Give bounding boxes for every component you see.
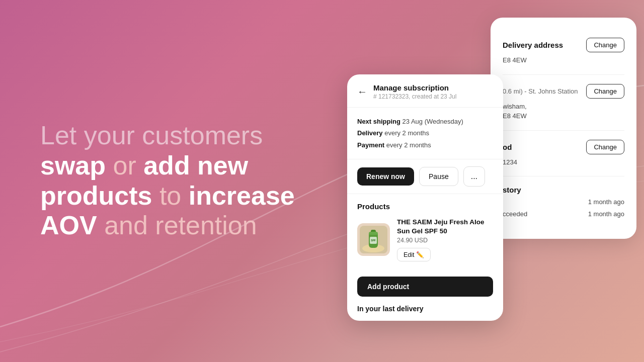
products-section: Products SPF bbox=[347, 194, 503, 269]
subscription-header-titles: Manage subscription # 121732323, created… bbox=[373, 83, 493, 100]
hero-to: to bbox=[152, 181, 188, 210]
hero-increase: increase bbox=[189, 181, 295, 210]
pause-button[interactable]: Pause bbox=[419, 167, 458, 186]
pickup-change-button[interactable]: Change bbox=[586, 84, 624, 99]
last-delivery-section: In your last delivery bbox=[347, 305, 503, 321]
products-title: Products bbox=[357, 202, 493, 211]
delivery-address-value: E8 4EW bbox=[503, 55, 624, 65]
delivery-address-change-button[interactable]: Change bbox=[586, 38, 624, 52]
hero-text-block: Let your customers swap or add new produ… bbox=[40, 121, 295, 241]
product-image: SPF bbox=[357, 223, 390, 256]
subscription-title: Manage subscription bbox=[373, 83, 493, 92]
subscription-subtitle: # 121732323, created at 23 Jul bbox=[373, 93, 493, 100]
hero-products: products bbox=[40, 181, 152, 210]
add-product-button[interactable]: Add product bbox=[357, 277, 493, 297]
more-options-button[interactable]: ... bbox=[463, 166, 485, 187]
hero-line1: Let your customers bbox=[40, 121, 263, 150]
delivery-address-section: Delivery address Change E8 4EW bbox=[503, 29, 624, 75]
history-entry1-time: 1 month ago bbox=[588, 197, 624, 207]
product-name: THE SAEM Jeju Fresh Aloe Sun Gel SPF 50 bbox=[397, 218, 493, 235]
delivery-value: every 2 months bbox=[384, 129, 429, 137]
delivery-label: Delivery bbox=[357, 129, 383, 137]
back-arrow-icon[interactable]: ← bbox=[357, 86, 367, 98]
hero-aov: AOV bbox=[40, 211, 97, 240]
hero-swap: swap bbox=[40, 151, 106, 180]
hero-retention: and retention bbox=[97, 211, 257, 240]
svg-text:SPF: SPF bbox=[371, 239, 376, 242]
front-card: ← Manage subscription # 121732323, creat… bbox=[347, 74, 503, 321]
renew-now-button[interactable]: Renew now bbox=[357, 167, 414, 186]
product-price: 24.90 USD bbox=[397, 237, 493, 244]
history-title: story bbox=[503, 186, 521, 194]
edit-product-button[interactable]: Edit ✏️ bbox=[397, 248, 431, 261]
next-shipping-value: 23 Aug (Wednesday) bbox=[403, 118, 463, 125]
pickup-description: 0.6 mi) - St. Johns Station bbox=[503, 87, 578, 95]
pickup-section: 0.6 mi) - St. Johns Station Change wisha… bbox=[503, 75, 624, 131]
back-card: Delivery address Change E8 4EW 0.6 mi) -… bbox=[491, 18, 636, 239]
pickup-location: wisham, bbox=[503, 103, 527, 110]
hero-or: or bbox=[106, 151, 143, 180]
payment-section: od Change 1234 bbox=[503, 131, 624, 177]
product-details: THE SAEM Jeju Fresh Aloe Sun Gel SPF 50 … bbox=[397, 218, 493, 261]
svg-rect-4 bbox=[369, 232, 378, 235]
subscription-actions: Renew now Pause ... bbox=[347, 159, 503, 194]
history-entry2-time: 1 month ago bbox=[588, 209, 624, 219]
payment-method: od bbox=[503, 143, 512, 151]
delivery-address-title: Delivery address bbox=[503, 41, 563, 49]
front-card-header: ← Manage subscription # 121732323, creat… bbox=[347, 74, 503, 108]
payment-last4: 1234 bbox=[503, 157, 624, 167]
payment-change-button[interactable]: Change bbox=[586, 140, 624, 154]
subscription-info: Next shipping 23 Aug (Wednesday) Deliver… bbox=[347, 108, 503, 159]
cards-container: Delivery address Change E8 4EW 0.6 mi) -… bbox=[342, 0, 644, 362]
hero-add-new: add new bbox=[143, 151, 248, 180]
next-shipping-label: Next shipping bbox=[357, 118, 400, 125]
product-item: SPF THE SAEM Jeju Fresh Aloe Sun Gel SPF… bbox=[357, 218, 493, 261]
payment-value: every 2 months bbox=[386, 141, 431, 149]
history-section: story 1 month ago cceeded 1 month ago bbox=[503, 176, 624, 228]
last-delivery-label: In your last delivery bbox=[357, 305, 493, 313]
pickup-postcode: E8 4EW bbox=[503, 112, 527, 120]
payment-label: Payment bbox=[357, 141, 384, 149]
history-entry2-label: cceeded bbox=[503, 209, 527, 219]
